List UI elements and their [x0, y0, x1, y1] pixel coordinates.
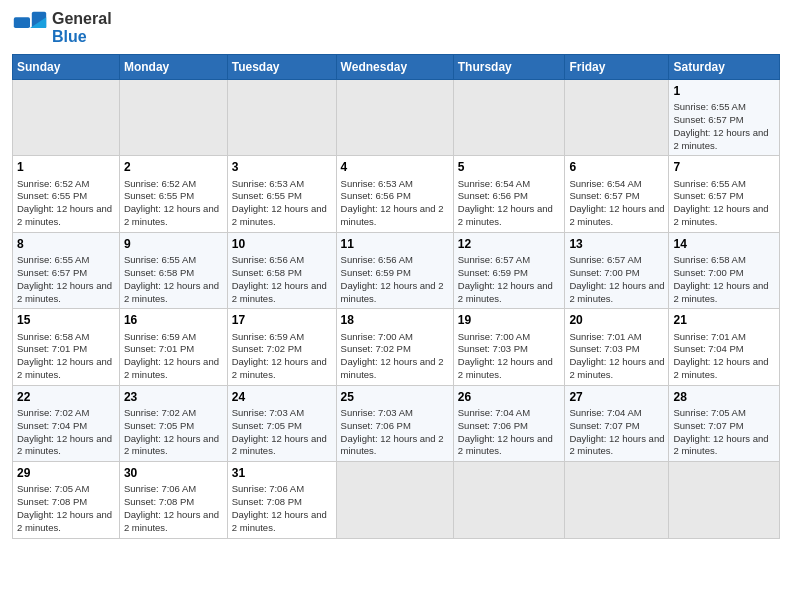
column-header-thursday: Thursday — [453, 55, 565, 80]
calendar-cell: 5Sunrise: 6:54 AMSunset: 6:56 PMDaylight… — [453, 156, 565, 232]
day-info: Sunrise: 7:05 AMSunset: 7:08 PMDaylight:… — [17, 483, 112, 532]
day-number: 13 — [569, 236, 664, 252]
calendar-cell — [13, 80, 120, 156]
calendar-cell: 22Sunrise: 7:02 AMSunset: 7:04 PMDayligh… — [13, 385, 120, 461]
calendar-cell — [336, 462, 453, 538]
day-info: Sunrise: 6:55 AMSunset: 6:58 PMDaylight:… — [124, 254, 219, 303]
calendar-cell: 30Sunrise: 7:06 AMSunset: 7:08 PMDayligh… — [119, 462, 227, 538]
day-number: 9 — [124, 236, 223, 252]
calendar-cell — [565, 80, 669, 156]
day-number: 14 — [673, 236, 775, 252]
day-number: 1 — [17, 159, 115, 175]
calendar-cell: 24Sunrise: 7:03 AMSunset: 7:05 PMDayligh… — [227, 385, 336, 461]
day-info: Sunrise: 7:02 AMSunset: 7:04 PMDaylight:… — [17, 407, 112, 456]
day-info: Sunrise: 6:56 AMSunset: 6:59 PMDaylight:… — [341, 254, 444, 303]
calendar-cell: 10Sunrise: 6:56 AMSunset: 6:58 PMDayligh… — [227, 232, 336, 308]
day-info: Sunrise: 6:57 AMSunset: 7:00 PMDaylight:… — [569, 254, 664, 303]
calendar-cell: 18Sunrise: 7:00 AMSunset: 7:02 PMDayligh… — [336, 309, 453, 385]
calendar-cell: 26Sunrise: 7:04 AMSunset: 7:06 PMDayligh… — [453, 385, 565, 461]
day-number: 17 — [232, 312, 332, 328]
week-row-6: 29Sunrise: 7:05 AMSunset: 7:08 PMDayligh… — [13, 462, 780, 538]
day-number: 23 — [124, 389, 223, 405]
calendar-cell: 16Sunrise: 6:59 AMSunset: 7:01 PMDayligh… — [119, 309, 227, 385]
day-info: Sunrise: 7:03 AMSunset: 7:06 PMDaylight:… — [341, 407, 444, 456]
day-info: Sunrise: 6:59 AMSunset: 7:01 PMDaylight:… — [124, 331, 219, 380]
calendar-cell: 12Sunrise: 6:57 AMSunset: 6:59 PMDayligh… — [453, 232, 565, 308]
calendar-cell — [453, 80, 565, 156]
header: General Blue — [12, 10, 780, 46]
day-number: 7 — [673, 159, 775, 175]
day-info: Sunrise: 6:54 AMSunset: 6:56 PMDaylight:… — [458, 178, 553, 227]
logo-icon — [12, 10, 48, 46]
day-info: Sunrise: 7:02 AMSunset: 7:05 PMDaylight:… — [124, 407, 219, 456]
day-info: Sunrise: 6:53 AMSunset: 6:55 PMDaylight:… — [232, 178, 327, 227]
day-number: 30 — [124, 465, 223, 481]
day-info: Sunrise: 6:54 AMSunset: 6:57 PMDaylight:… — [569, 178, 664, 227]
calendar-cell — [669, 462, 780, 538]
calendar-cell: 13Sunrise: 6:57 AMSunset: 7:00 PMDayligh… — [565, 232, 669, 308]
day-number: 10 — [232, 236, 332, 252]
day-number: 22 — [17, 389, 115, 405]
column-header-wednesday: Wednesday — [336, 55, 453, 80]
day-number: 11 — [341, 236, 449, 252]
calendar-cell — [119, 80, 227, 156]
day-number: 26 — [458, 389, 561, 405]
calendar-cell: 11Sunrise: 6:56 AMSunset: 6:59 PMDayligh… — [336, 232, 453, 308]
week-row-2: 1Sunrise: 6:52 AMSunset: 6:55 PMDaylight… — [13, 156, 780, 232]
day-number: 15 — [17, 312, 115, 328]
day-number: 8 — [17, 236, 115, 252]
calendar-cell: 1Sunrise: 6:52 AMSunset: 6:55 PMDaylight… — [13, 156, 120, 232]
day-info: Sunrise: 6:55 AMSunset: 6:57 PMDaylight:… — [673, 101, 768, 150]
calendar-cell: 20Sunrise: 7:01 AMSunset: 7:03 PMDayligh… — [565, 309, 669, 385]
day-info: Sunrise: 6:55 AMSunset: 6:57 PMDaylight:… — [673, 178, 768, 227]
week-row-1: 1Sunrise: 6:55 AMSunset: 6:57 PMDaylight… — [13, 80, 780, 156]
day-number: 4 — [341, 159, 449, 175]
column-header-monday: Monday — [119, 55, 227, 80]
calendar-cell — [227, 80, 336, 156]
calendar-cell: 28Sunrise: 7:05 AMSunset: 7:07 PMDayligh… — [669, 385, 780, 461]
day-info: Sunrise: 7:06 AMSunset: 7:08 PMDaylight:… — [124, 483, 219, 532]
day-info: Sunrise: 6:58 AMSunset: 7:01 PMDaylight:… — [17, 331, 112, 380]
week-row-5: 22Sunrise: 7:02 AMSunset: 7:04 PMDayligh… — [13, 385, 780, 461]
calendar-table: SundayMondayTuesdayWednesdayThursdayFrid… — [12, 54, 780, 539]
day-number: 18 — [341, 312, 449, 328]
calendar-cell: 9Sunrise: 6:55 AMSunset: 6:58 PMDaylight… — [119, 232, 227, 308]
day-number: 27 — [569, 389, 664, 405]
day-number: 21 — [673, 312, 775, 328]
column-header-sunday: Sunday — [13, 55, 120, 80]
day-number: 19 — [458, 312, 561, 328]
calendar-cell: 1Sunrise: 6:55 AMSunset: 6:57 PMDaylight… — [669, 80, 780, 156]
column-header-saturday: Saturday — [669, 55, 780, 80]
week-row-4: 15Sunrise: 6:58 AMSunset: 7:01 PMDayligh… — [13, 309, 780, 385]
calendar-cell: 25Sunrise: 7:03 AMSunset: 7:06 PMDayligh… — [336, 385, 453, 461]
calendar-cell: 23Sunrise: 7:02 AMSunset: 7:05 PMDayligh… — [119, 385, 227, 461]
day-info: Sunrise: 6:52 AMSunset: 6:55 PMDaylight:… — [17, 178, 112, 227]
calendar-cell: 14Sunrise: 6:58 AMSunset: 7:00 PMDayligh… — [669, 232, 780, 308]
day-info: Sunrise: 6:55 AMSunset: 6:57 PMDaylight:… — [17, 254, 112, 303]
day-number: 1 — [673, 83, 775, 99]
calendar-cell: 29Sunrise: 7:05 AMSunset: 7:08 PMDayligh… — [13, 462, 120, 538]
day-info: Sunrise: 7:01 AMSunset: 7:03 PMDaylight:… — [569, 331, 664, 380]
day-info: Sunrise: 6:59 AMSunset: 7:02 PMDaylight:… — [232, 331, 327, 380]
day-info: Sunrise: 6:52 AMSunset: 6:55 PMDaylight:… — [124, 178, 219, 227]
page-container: General Blue SundayMondayTuesdayWednesda… — [0, 0, 792, 547]
day-info: Sunrise: 6:58 AMSunset: 7:00 PMDaylight:… — [673, 254, 768, 303]
calendar-cell: 3Sunrise: 6:53 AMSunset: 6:55 PMDaylight… — [227, 156, 336, 232]
day-info: Sunrise: 7:04 AMSunset: 7:07 PMDaylight:… — [569, 407, 664, 456]
column-header-tuesday: Tuesday — [227, 55, 336, 80]
day-number: 20 — [569, 312, 664, 328]
day-number: 2 — [124, 159, 223, 175]
calendar-cell: 19Sunrise: 7:00 AMSunset: 7:03 PMDayligh… — [453, 309, 565, 385]
day-number: 25 — [341, 389, 449, 405]
day-info: Sunrise: 7:04 AMSunset: 7:06 PMDaylight:… — [458, 407, 553, 456]
day-number: 12 — [458, 236, 561, 252]
calendar-cell: 27Sunrise: 7:04 AMSunset: 7:07 PMDayligh… — [565, 385, 669, 461]
day-number: 28 — [673, 389, 775, 405]
calendar-cell: 8Sunrise: 6:55 AMSunset: 6:57 PMDaylight… — [13, 232, 120, 308]
day-info: Sunrise: 7:00 AMSunset: 7:03 PMDaylight:… — [458, 331, 553, 380]
day-info: Sunrise: 7:06 AMSunset: 7:08 PMDaylight:… — [232, 483, 327, 532]
calendar-cell: 15Sunrise: 6:58 AMSunset: 7:01 PMDayligh… — [13, 309, 120, 385]
day-number: 31 — [232, 465, 332, 481]
logo: General Blue — [12, 10, 112, 46]
day-number: 3 — [232, 159, 332, 175]
